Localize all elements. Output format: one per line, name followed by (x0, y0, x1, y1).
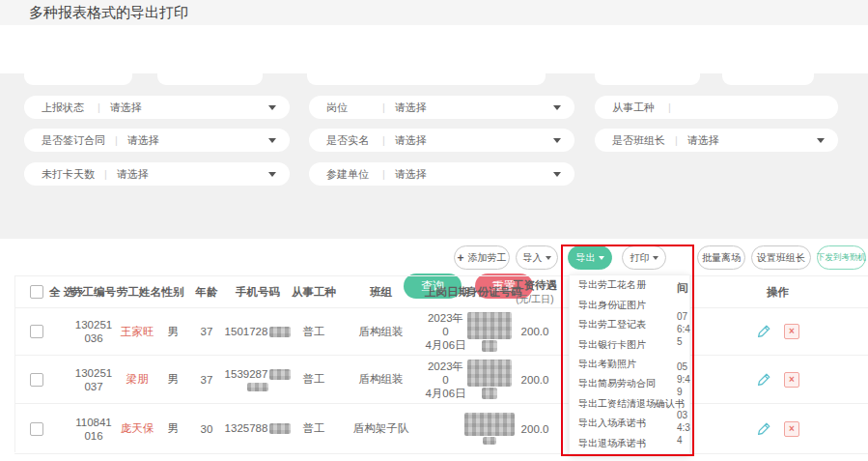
partial-pill-0 (24, 72, 132, 85)
column-header-start-date: 上岗日期 (425, 276, 466, 308)
delete-icon[interactable]: × (784, 372, 799, 388)
cell-actions: × (687, 404, 868, 454)
column-header-id-number: 身份证号码 (466, 276, 513, 308)
row-actions: × (687, 421, 868, 437)
filter-separator: | (115, 134, 118, 146)
edit-icon[interactable] (756, 324, 771, 339)
batch-leave-button[interactable]: 批量离场 (697, 245, 745, 270)
export-menu-item-6[interactable]: 导出工资结清退场确认书 (570, 395, 689, 413)
row-checkbox[interactable] (30, 325, 43, 338)
filter-label: 参建单位 (326, 167, 373, 182)
table-left-border (14, 275, 15, 452)
filter-select-no-clock-days[interactable]: 未打卡天数|请选择 (24, 162, 290, 186)
filter-select-work-type[interactable]: 从事工种| (595, 96, 838, 119)
chevron-down-icon (817, 138, 825, 143)
export-menu-item-4[interactable]: 导出考勤照片 (570, 356, 689, 373)
filter-select-team-leader[interactable]: 是否班组长|请选择 (595, 129, 838, 152)
cell-age: 37 (188, 308, 225, 356)
chevron-down-icon (553, 138, 561, 143)
filter-select-participating-unit[interactable]: 参建单位|请选择 (309, 162, 574, 186)
workers-table: 全 选劳工编号劳工姓名性别年龄手机号码从事工种班组上岗日期身份证号码工资待遇(元… (14, 275, 868, 454)
worker-name-link[interactable]: 王家旺 (121, 326, 154, 337)
cell-worker-name: 王家旺 (117, 308, 157, 356)
column-header-team: 班组 (337, 276, 425, 308)
export-menu-item-7[interactable]: 导出入场承诺书 (570, 415, 689, 432)
filter-select-contract-signed[interactable]: 是否签订合同|请选择 (24, 129, 290, 152)
edit-icon[interactable] (756, 421, 771, 437)
export-menu-item-5[interactable]: 导出简易劳动合同 (570, 375, 689, 392)
export-menu-item-0[interactable]: 导出劳工花名册 (570, 276, 689, 294)
phone-blur (269, 369, 291, 380)
plus-icon: + (457, 251, 463, 265)
cell-worker-name: 庞天保 (117, 404, 157, 454)
cell-worker-name: 梁朋 (117, 356, 157, 404)
column-header-select-all: 全 选 (14, 276, 70, 308)
delete-icon[interactable]: × (784, 324, 799, 339)
id-number-blur (466, 360, 513, 399)
cell-work-type: 普工 (291, 404, 337, 454)
cell-team: 盾构架子队 (337, 404, 425, 454)
filter-separator: | (382, 134, 385, 146)
row-checkbox[interactable] (30, 422, 43, 436)
export-button[interactable]: 导出 (568, 245, 612, 270)
chevron-down-icon (553, 172, 561, 177)
filter-select-position[interactable]: 岗位|请选择 (309, 96, 574, 119)
export-menu-item-3[interactable]: 导出银行卡图片 (570, 336, 689, 354)
cell-start-date: 2023年0 4月06日 (425, 308, 466, 356)
export-menu-item-1[interactable]: 导出身份证图片 (570, 297, 689, 314)
filter-value: 请选择 (395, 133, 427, 148)
filter-select-report-status[interactable]: 上报状态|请选择 (24, 96, 290, 119)
export-menu-item-2[interactable]: 导出劳工登记表 (570, 316, 689, 333)
phone-blur (269, 327, 291, 337)
chevron-down-icon (546, 256, 551, 260)
add-worker-button[interactable]: +添加劳工 (454, 245, 510, 270)
cell-phone: 1539287 (225, 356, 291, 404)
cell-wage: 200.0 (513, 308, 557, 356)
cell-team: 盾构组装 (337, 308, 425, 356)
column-header-age: 年龄 (188, 276, 225, 308)
cell-wage: 200.0 (513, 356, 557, 404)
toolbar-button-label: 下发到考勤机 (817, 252, 866, 264)
cell-select (14, 404, 70, 454)
filter-label: 未打卡天数 (42, 167, 95, 182)
export-menu-item-8[interactable]: 导出退场承诺书 (570, 435, 689, 452)
cell-age: 30 (188, 404, 225, 454)
row-actions: × (687, 324, 868, 339)
filter-value: 请选择 (117, 167, 149, 182)
chevron-down-icon (599, 256, 604, 260)
import-button[interactable]: 导入 (516, 245, 558, 270)
cell-actions: × (687, 308, 868, 356)
filter-label: 从事工种 (612, 101, 658, 115)
cell-worker-id: 130251 037 (70, 356, 117, 404)
filter-label: 岗位 (326, 101, 373, 115)
delete-icon[interactable]: × (784, 421, 799, 437)
set-team-leader-button[interactable]: 设置班组长 (751, 245, 811, 270)
toolbar-button-label: 添加劳工 (468, 251, 507, 265)
time-column-header-fragment: 间 (677, 281, 688, 296)
start-date: 2023年0 4月06日 (425, 311, 466, 352)
cell-id-number (466, 356, 513, 404)
filter-label: 是否实名 (326, 133, 373, 148)
column-header-gender: 性别 (157, 276, 188, 308)
filter-value: 请选择 (687, 133, 719, 148)
phone-blur-2 (247, 383, 268, 391)
chevron-down-icon (268, 105, 276, 110)
chevron-down-icon (268, 138, 276, 143)
cell-id-number (466, 308, 513, 356)
worker-id: 110841 016 (70, 416, 117, 443)
row-checkbox[interactable] (30, 373, 43, 387)
phone-digits: 1501728 (225, 326, 268, 338)
worker-name-link[interactable]: 庞天保 (121, 422, 154, 434)
phone-value: 1539287 (225, 368, 291, 391)
edit-icon[interactable] (756, 372, 771, 388)
select-all-checkbox[interactable] (30, 285, 43, 299)
cell-work-type: 普工 (291, 308, 337, 356)
partial-pill-2 (307, 72, 546, 85)
worker-name-link[interactable]: 梁朋 (126, 373, 149, 385)
column-header-wage: 工资待遇(元/工日) (513, 276, 557, 308)
print-button[interactable]: 打印 (622, 245, 666, 270)
filter-select-real-name[interactable]: 是否实名|请选择 (309, 129, 574, 152)
chevron-down-icon (268, 172, 276, 177)
filter-value: 请选择 (395, 101, 427, 115)
send-to-attendance-machine-button[interactable]: 下发到考勤机 (817, 245, 866, 270)
